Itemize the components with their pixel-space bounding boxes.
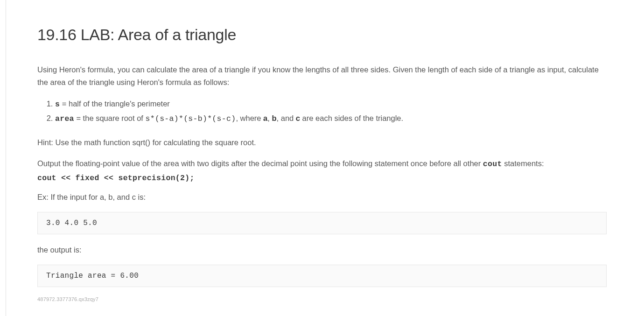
left-border bbox=[6, 0, 6, 316]
list-item-text: = half of the triangle's perimeter bbox=[60, 99, 170, 108]
list-item-text: = the square root of bbox=[74, 114, 146, 122]
instruction-text: statements: bbox=[502, 159, 544, 168]
cout-statement: cout << fixed << setprecision(2); bbox=[37, 174, 607, 183]
variable-a: a bbox=[263, 114, 267, 122]
intro-paragraph: Using Heron's formula, you can calculate… bbox=[37, 63, 607, 89]
page-title: 19.16 LAB: Area of a triangle bbox=[37, 26, 607, 44]
list-item-text: are each sides of the triangle. bbox=[300, 114, 403, 122]
example-output-block: Triangle area = 6.00 bbox=[37, 265, 607, 287]
output-label: the output is: bbox=[37, 244, 607, 256]
variable-s: s bbox=[55, 100, 60, 109]
hint-paragraph: Hint: Use the math function sqrt() for c… bbox=[37, 136, 607, 149]
variable-b: b bbox=[272, 114, 276, 122]
variable-area: area bbox=[55, 114, 74, 123]
list-item: area = the square root of s*(s-a)*(s-b)*… bbox=[55, 112, 607, 126]
instruction-text: Output the floating-point value of the a… bbox=[37, 159, 483, 168]
formula-code: s*(s-a)*(s-b)*(s-c) bbox=[146, 114, 236, 123]
content-container: 19.16 LAB: Area of a triangle Using Hero… bbox=[0, 0, 644, 311]
footer-id: 487972.3377376.qx3zqy7 bbox=[37, 296, 607, 302]
example-input-block: 3.0 4.0 5.0 bbox=[37, 212, 607, 234]
list-item: s = half of the triangle's perimeter bbox=[55, 97, 607, 112]
formula-list: s = half of the triangle's perimeter are… bbox=[55, 97, 607, 126]
list-item-text: , where bbox=[236, 114, 263, 122]
output-instruction: Output the floating-point value of the a… bbox=[37, 157, 607, 170]
cout-keyword: cout bbox=[483, 160, 502, 169]
variable-c: c bbox=[296, 114, 300, 122]
example-label: Ex: If the input for a, b, and c is: bbox=[37, 191, 607, 204]
list-item-text: , and bbox=[277, 114, 296, 122]
